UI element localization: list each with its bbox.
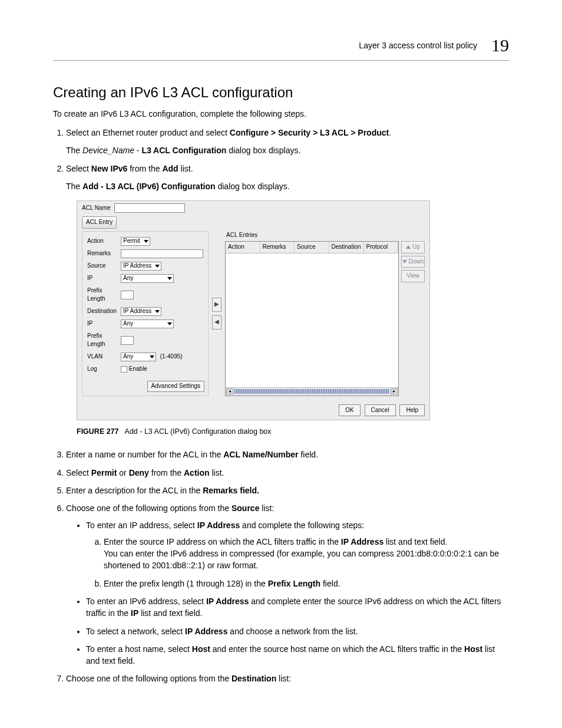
step-4: Select Permit or Deny from the Action li… (66, 467, 509, 479)
acl-name-label: ACL Name (82, 204, 111, 213)
triangle-down-icon (402, 260, 407, 263)
step-2: Select New IPv6 from the Add list. The A… (66, 163, 509, 437)
chevron-down-icon (150, 355, 154, 358)
horizontal-scrollbar[interactable]: ◂ ▸ (226, 387, 398, 396)
entries-table[interactable]: Action Remarks Source Destination Protoc… (225, 241, 399, 396)
dialog-footer: OK Cancel Help (77, 401, 429, 420)
step-5: Enter a description for the ACL in the R… (66, 485, 509, 496)
acl-entry-tab[interactable]: ACL Entry (82, 216, 117, 229)
acl-entry-panel: Action Permit Remarks Source IP Address (82, 231, 209, 396)
destination-dropdown[interactable]: IP Address (121, 307, 161, 316)
steps-list: Select an Ethernet router product and se… (53, 127, 509, 685)
step-6-bullet-4: To enter a host name, select Host and en… (86, 643, 509, 667)
dest-prefix-input[interactable] (121, 336, 134, 345)
running-title: Layer 3 access control list policy (359, 41, 477, 50)
source-ip-dropdown[interactable]: Any (121, 274, 174, 283)
figure-caption: FIGURE 277Add - L3 ACL (IPv6) Configurat… (77, 426, 509, 437)
advanced-settings-button[interactable]: Advanced Settings (147, 381, 204, 392)
chevron-down-icon (144, 240, 148, 243)
step-6-bullet-1: To enter an IP address, select IP Addres… (86, 519, 509, 589)
chevron-down-icon (167, 322, 172, 325)
chapter-number: 19 (491, 35, 509, 55)
dest-ip-dropdown[interactable]: Any (121, 319, 174, 328)
vlan-dropdown[interactable]: Any (121, 353, 156, 361)
remarks-input[interactable] (121, 249, 203, 258)
action-dropdown[interactable]: Permit (121, 237, 150, 246)
step-6-bullet-3: To select a network, select IP Address a… (86, 625, 509, 637)
chevron-down-icon (167, 277, 172, 280)
figure-dialog: ACL Name ACL Entry Action Permit (77, 200, 509, 420)
cancel-button[interactable]: Cancel (365, 404, 396, 417)
chevron-down-icon (155, 265, 160, 268)
section-heading: Creating an IPv6 L3 ACL configuration (53, 84, 509, 101)
chevron-down-icon (155, 310, 160, 313)
acl-entries-panel: ACL Entries Action Remarks Source Destin… (225, 231, 425, 396)
step-6: Choose one of the following options from… (66, 502, 509, 667)
source-prefix-input[interactable] (121, 291, 134, 299)
move-left-button[interactable]: ◀ (212, 315, 222, 330)
section-intro: To create an IPv6 L3 ACL configuration, … (53, 109, 509, 118)
scroll-right-icon[interactable]: ▸ (391, 388, 398, 394)
source-dropdown[interactable]: IP Address (121, 262, 161, 271)
acl-name-input[interactable] (114, 203, 185, 213)
step-6b: Enter the prefix length (1 through 128) … (104, 578, 509, 589)
acl-config-dialog: ACL Name ACL Entry Action Permit (77, 200, 430, 420)
step-6a: Enter the source IP address on which the… (104, 536, 509, 572)
help-button[interactable]: Help (399, 404, 425, 417)
view-button[interactable]: View (401, 270, 425, 282)
step-1: Select an Ethernet router product and se… (66, 127, 509, 157)
step-7: Choose one of the following options from… (66, 673, 509, 684)
ok-button[interactable]: OK (339, 404, 360, 417)
scroll-left-icon[interactable]: ◂ (226, 388, 233, 394)
page-header: Layer 3 access control list policy 19 (53, 35, 509, 61)
move-up-button[interactable]: Up (401, 241, 425, 253)
step-3: Enter a name or number for the ACL in th… (66, 449, 509, 460)
log-checkbox[interactable] (121, 366, 127, 373)
triangle-up-icon (406, 245, 411, 249)
transfer-buttons: ▶ ◀ (211, 231, 223, 396)
move-right-button[interactable]: ▶ (212, 298, 222, 312)
move-down-button[interactable]: Down (401, 256, 425, 268)
step-6-bullet-2: To enter an IPv6 address, select IP Addr… (86, 595, 509, 620)
